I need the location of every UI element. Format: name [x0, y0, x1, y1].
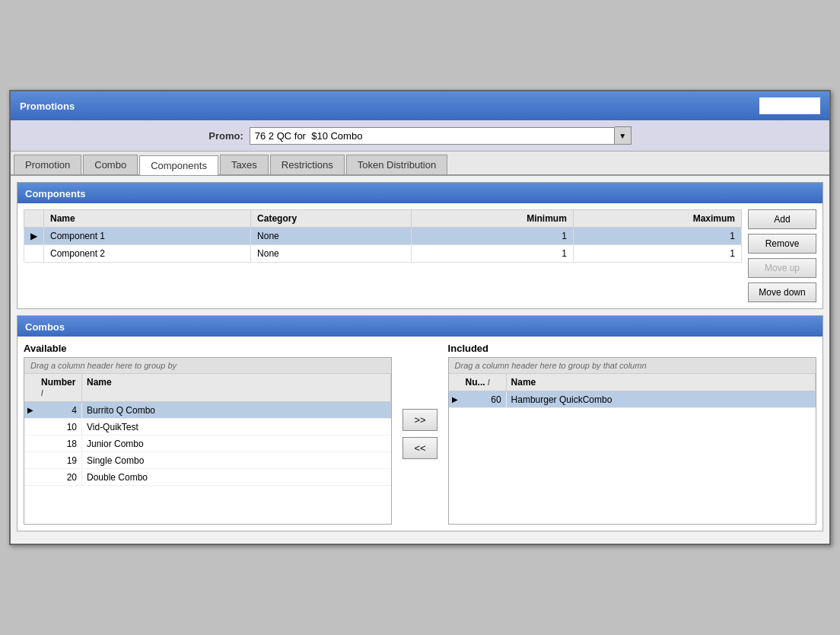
list-item[interactable]: ▶ 4 Burrito Q Combo	[24, 402, 391, 419]
component-category: None	[251, 228, 412, 245]
include-button[interactable]: >>	[402, 409, 437, 431]
components-buttons: Add Remove Move up Move down	[748, 209, 816, 302]
remove-button[interactable]: Remove	[748, 234, 816, 254]
table-row[interactable]: Component 2 None 1 1	[24, 245, 742, 263]
th-minimum: Minimum	[411, 210, 573, 228]
component-category: None	[251, 245, 412, 263]
available-title: Available	[24, 343, 392, 354]
available-rows[interactable]: ▶ 4 Burrito Q Combo 10 Vid-QuikTest	[24, 402, 391, 524]
combo-number: 19	[37, 453, 82, 468]
combo-number: 20	[37, 470, 82, 485]
components-title: Components	[25, 188, 85, 199]
included-drag-hint: Drag a column header here to group by th…	[449, 358, 816, 374]
combo-name: Junior Combo	[82, 436, 391, 452]
combo-name: Hamburger QuickCombo	[507, 392, 816, 407]
sort-icon: /	[488, 378, 490, 387]
combos-section: Combos Available Drag a column header he…	[17, 315, 823, 531]
component-minimum: 1	[411, 228, 573, 245]
app-title: Promotions	[20, 101, 75, 112]
promo-label: Promo:	[208, 130, 243, 142]
th-maximum: Maximum	[573, 210, 741, 228]
row-indicator	[24, 442, 37, 446]
available-columns: Number / Name	[24, 374, 391, 402]
list-item[interactable]: 18 Junior Combo	[24, 436, 391, 452]
combos-body: Available Drag a column header here to g…	[18, 337, 822, 531]
combo-number: 60	[461, 392, 507, 407]
components-table: Name Category Minimum Maximum ▶ Componen…	[24, 209, 742, 263]
tab-token-distribution[interactable]: Token Distribution	[346, 155, 447, 174]
combos-section-header: Combos	[18, 316, 822, 337]
content-area: Components Name Category Minimum Maximum	[11, 176, 829, 544]
move-down-button[interactable]: Move down	[748, 282, 816, 302]
included-title: Included	[448, 343, 816, 354]
combo-number: 4	[37, 403, 82, 418]
promo-bar: Promo: ▼	[11, 120, 829, 152]
row-indicator: ▶	[24, 404, 37, 416]
promo-dropdown-button[interactable]: ▼	[615, 126, 632, 145]
th-category: Category	[251, 210, 412, 228]
combo-name: Burrito Q Combo	[82, 403, 391, 418]
components-section-body: Name Category Minimum Maximum ▶ Componen…	[18, 203, 822, 308]
components-section-header: Components	[18, 183, 822, 203]
component-maximum: 1	[573, 228, 741, 245]
component-maximum: 1	[573, 245, 741, 263]
th-indicator	[24, 210, 44, 228]
main-window: Promotions Promo: ▼ Promotion Combo Comp…	[9, 90, 831, 545]
row-indicator	[24, 475, 37, 480]
table-row[interactable]: ▶ Component 1 None 1 1	[24, 228, 742, 245]
move-up-button[interactable]: Move up	[748, 258, 816, 278]
promo-input-wrap: ▼	[250, 126, 632, 145]
row-indicator: ▶	[24, 228, 44, 245]
included-col-number[interactable]: Nu... /	[461, 374, 507, 391]
tab-restrictions[interactable]: Restrictions	[270, 155, 345, 174]
list-item[interactable]: 10 Vid-QuikTest	[24, 419, 391, 436]
combo-name: Vid-QuikTest	[82, 420, 391, 435]
sort-icon: /	[41, 389, 43, 397]
component-minimum: 1	[411, 245, 573, 263]
promo-input[interactable]	[250, 127, 615, 145]
transfer-buttons: >> <<	[398, 343, 441, 525]
components-section: Components Name Category Minimum Maximum	[17, 182, 823, 309]
available-grid: Drag a column header here to group by Nu…	[24, 357, 392, 525]
list-item[interactable]: 19 Single Combo	[24, 452, 391, 469]
th-name: Name	[44, 210, 251, 228]
tab-promotion[interactable]: Promotion	[14, 155, 81, 174]
component-name: Component 2	[44, 245, 251, 263]
component-name: Component 1	[44, 228, 251, 245]
title-bar: Promotions	[11, 91, 829, 120]
components-table-wrap: Name Category Minimum Maximum ▶ Componen…	[24, 209, 742, 302]
available-col-number[interactable]: Number /	[37, 374, 82, 401]
included-rows[interactable]: ▶ 60 Hamburger QuickCombo	[449, 391, 816, 524]
tab-components[interactable]: Components	[139, 155, 218, 175]
row-indicator	[24, 458, 37, 463]
included-col-name[interactable]: Name	[507, 374, 816, 391]
included-panel: Included Drag a column header here to gr…	[448, 343, 816, 525]
add-button[interactable]: Add	[748, 209, 816, 229]
tab-combo[interactable]: Combo	[83, 155, 138, 174]
available-col-name[interactable]: Name	[82, 374, 391, 401]
available-drag-hint: Drag a column header here to group by	[24, 358, 391, 374]
list-item[interactable]: ▶ 60 Hamburger QuickCombo	[449, 391, 816, 408]
combo-number: 10	[37, 420, 82, 435]
title-bar-right	[759, 97, 820, 114]
included-columns: Nu... / Name	[449, 374, 816, 391]
combos-title: Combos	[25, 321, 65, 333]
exclude-button[interactable]: <<	[402, 437, 437, 459]
tab-taxes[interactable]: Taxes	[220, 155, 269, 174]
row-indicator: ▶	[449, 393, 461, 406]
tabs-bar: Promotion Combo Components Taxes Restric…	[11, 152, 829, 176]
row-indicator	[24, 425, 37, 429]
combo-name: Single Combo	[82, 453, 391, 468]
list-item[interactable]: 20 Double Combo	[24, 469, 391, 486]
row-indicator	[24, 245, 44, 263]
combo-number: 18	[37, 436, 82, 452]
available-panel: Available Drag a column header here to g…	[24, 343, 392, 525]
included-grid: Drag a column header here to group by th…	[448, 357, 816, 525]
combo-name: Double Combo	[82, 470, 391, 485]
